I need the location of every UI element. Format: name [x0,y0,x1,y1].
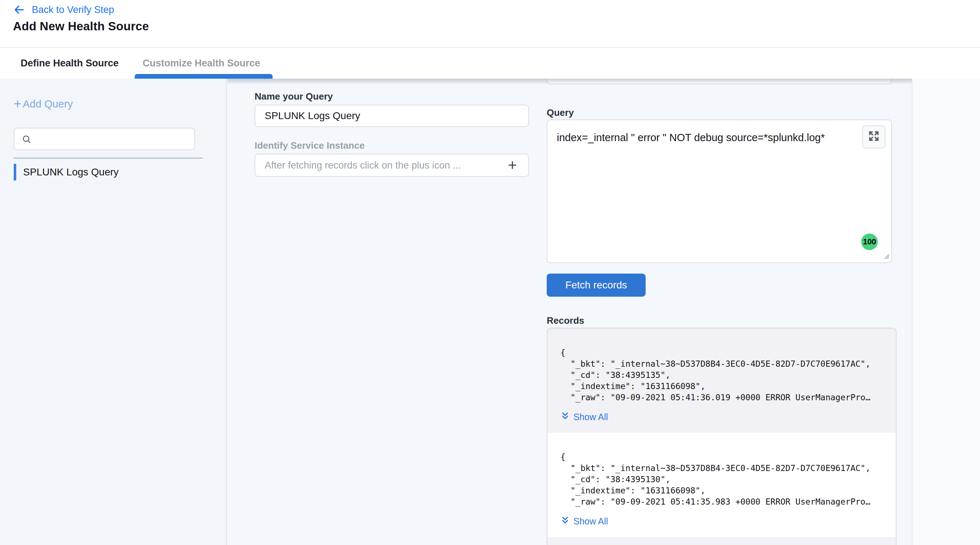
query-list-item-splunk-logs-query[interactable]: SPLUNK Logs Query [0,164,227,181]
add-health-source-page: Back to Verify Step Add New Health Sourc… [0,0,980,545]
add-query-label: Add Query [23,98,73,110]
record-json-line: "_indextime": "1631166098", [560,381,883,392]
textarea-resize-grip[interactable] [883,253,890,261]
back-link-label: Back to Verify Step [32,4,114,16]
query-editor: index=_internal " error " NOT debug sour… [547,119,892,263]
query-label: Query [547,107,574,118]
cutoff-input-field[interactable] [547,79,892,84]
record-json-line: "_raw": "09-09-2021 05:41:35.983 +0000 E… [560,496,883,507]
service-instance-input[interactable] [255,154,504,176]
tab-define-health-source[interactable]: Define Health Source [21,48,119,79]
search-input[interactable] [37,130,188,148]
records-label: Records [547,315,584,326]
active-tab-underline [135,74,273,79]
record-card: { "_bkt": "_internal~38~D537D8B4-3EC0-4D… [547,329,896,433]
records-container: { "_bkt": "_internal~38~D537D8B4-3EC0-4D… [547,328,897,545]
record-json-line: "_indextime": "1631166098", [560,485,883,496]
query-sidebar: + Add Query SPLUNK Logs Query [0,79,227,545]
sidebar-divider [14,158,203,159]
content-area: + Add Query SPLUNK Logs Query Na [0,79,980,545]
fetch-records-button[interactable]: Fetch records [547,273,646,297]
query-item-label: SPLUNK Logs Query [23,166,119,178]
selected-indicator-bar [14,164,16,181]
name-your-query-label: Name your Query [255,91,333,102]
double-chevron-down-icon [560,411,570,423]
record-card [547,537,896,545]
query-search-box [14,128,195,150]
record-json-line: "_cd": "38:4395130", [560,474,883,485]
record-json-line: "_cd": "38:4395135", [560,370,883,381]
back-arrow-icon [13,3,25,16]
query-text[interactable]: index=_internal " error " NOT debug sour… [557,132,860,144]
record-json-line: "_raw": "09-09-2021 05:41:36.019 +0000 E… [560,392,883,403]
record-count-badge: 100 [861,234,878,250]
identify-service-instance-label: Identify Service Instance [255,140,365,151]
add-service-instance-plus-button[interactable]: + [503,156,522,175]
back-link[interactable]: Back to Verify Step [13,3,114,16]
maximize-icon [868,130,880,144]
show-all-link[interactable]: Show All [560,411,608,423]
query-name-input[interactable] [255,105,529,127]
expand-query-button[interactable] [862,125,885,148]
page-title: Add New Health Source [13,19,149,33]
add-query-button[interactable]: + Add Query [14,97,73,110]
record-json-line: "_bkt": "_internal~38~D537D8B4-3EC0-4D5E… [560,358,883,370]
page-header: Back to Verify Step Add New Health Sourc… [0,0,980,48]
record-json-line: { [560,347,883,358]
record-json-line: "_bkt": "_internal~38~D537D8B4-3EC0-4D5E… [560,463,883,474]
show-all-link[interactable]: Show All [560,515,608,527]
right-gutter [912,79,980,545]
service-instance-field: + [255,154,529,177]
record-card: { "_bkt": "_internal~38~D537D8B4-3EC0-4D… [547,433,896,537]
tab-bar: Define Health Source Customize Health So… [0,48,980,79]
show-all-label: Show All [573,412,608,422]
show-all-label: Show All [573,516,608,527]
double-chevron-down-icon [560,515,570,527]
record-json-line: { [560,451,883,463]
plus-icon: + [14,97,21,110]
